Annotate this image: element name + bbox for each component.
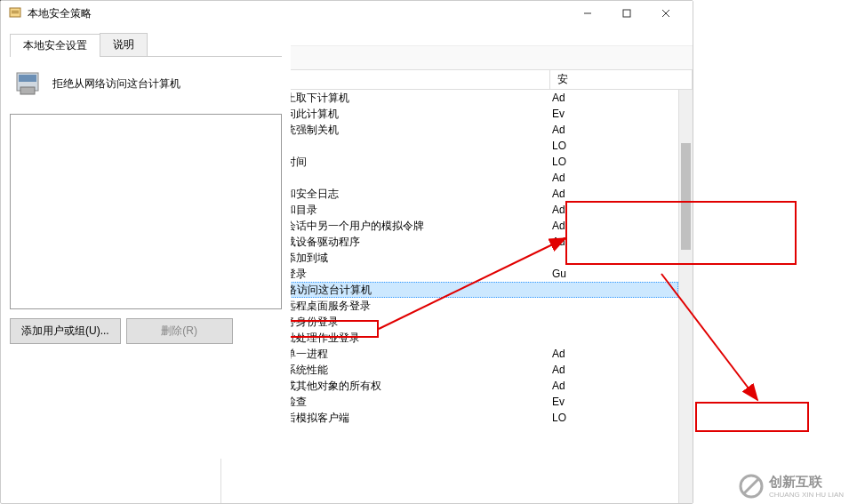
watermark-logo: 创新互联 CHUANG XIN HU LIAN xyxy=(739,474,844,499)
titlebar: 本地安全策略 xyxy=(1,1,693,26)
svg-rect-4 xyxy=(623,10,630,17)
svg-rect-2 xyxy=(12,12,19,13)
policy-name-label: 拒绝从网络访问这台计算机 xyxy=(52,76,180,92)
policy-setting: Ad xyxy=(549,92,565,104)
tab-description[interactable]: 说明 xyxy=(100,33,148,56)
policy-setting: Ad xyxy=(549,348,565,360)
tabs: 本地安全设置 说明 xyxy=(10,33,282,57)
server-icon xyxy=(13,69,42,98)
button-row: 添加用户或组(U)... 删除(R) xyxy=(10,318,282,344)
minimize-button[interactable] xyxy=(568,1,607,26)
policy-setting: Ad xyxy=(549,364,565,376)
add-user-button[interactable]: 添加用户或组(U)... xyxy=(10,318,121,344)
svg-rect-1 xyxy=(12,11,19,12)
scroll-thumb[interactable] xyxy=(681,143,691,250)
tab-local-security[interactable]: 本地安全设置 xyxy=(10,34,100,57)
policy-setting: Ev xyxy=(549,108,565,120)
vertical-scrollbar[interactable] xyxy=(678,90,693,503)
list-header: 策略 安 xyxy=(221,70,693,90)
app-icon xyxy=(8,5,22,22)
user-list[interactable] xyxy=(10,114,282,309)
maximize-button[interactable] xyxy=(607,1,646,26)
properties-window: 拒绝从网络访问这台计算机 属性 本地安全设置 说明 拒绝从网络访问这台计算机 添… xyxy=(0,0,292,460)
col-security-setting[interactable]: 安 xyxy=(550,70,693,89)
policy-setting: Ad xyxy=(549,124,565,136)
svg-rect-125 xyxy=(20,87,35,94)
policy-setting: Ad xyxy=(549,172,565,184)
properties-body: 本地安全设置 说明 拒绝从网络访问这台计算机 添加用户或组(U)... 删除(R… xyxy=(1,26,291,459)
policy-setting: Ev xyxy=(549,396,565,408)
annotation-box xyxy=(695,402,809,432)
policy-setting: Ad xyxy=(549,220,565,232)
policy-setting: Ad xyxy=(549,236,565,248)
policy-setting: LO xyxy=(549,156,566,168)
window-title: 本地安全策略 xyxy=(28,6,92,21)
policy-setting: Ad xyxy=(549,188,565,200)
policy-setting: LO xyxy=(549,412,566,424)
svg-line-127 xyxy=(744,479,758,493)
logo-text: 创新互联 xyxy=(769,474,844,491)
policy-header: 拒绝从网络访问这台计算机 xyxy=(10,66,282,101)
list-pane: 策略 安 从扩展坞上取下计算机Ad从网络访问此计算机Ev从远程系统强制关机Ad更… xyxy=(221,70,693,503)
policy-setting: Gu xyxy=(549,268,566,280)
remove-button[interactable]: 删除(R) xyxy=(126,318,233,344)
policy-setting: Ad xyxy=(549,204,565,216)
svg-rect-124 xyxy=(19,75,36,82)
policy-setting: LO xyxy=(549,140,566,152)
close-button[interactable] xyxy=(646,1,685,26)
policy-setting: Ad xyxy=(549,380,565,392)
